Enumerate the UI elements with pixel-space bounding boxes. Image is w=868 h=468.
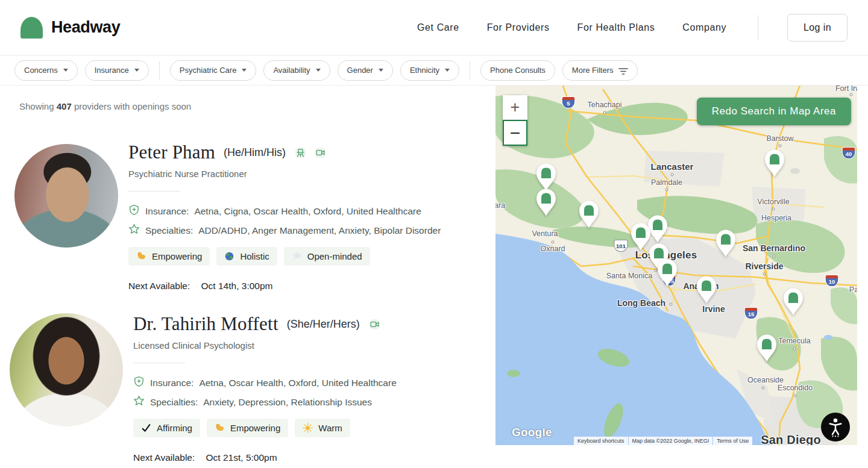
provider-name-row: Peter Pham (He/Him/His) (128, 142, 441, 163)
tag-empowering: Empowering (207, 419, 288, 437)
tag-label: Empowering (230, 423, 280, 433)
filter-gender-label: Gender (347, 66, 373, 75)
personality-tags: Empowering Holistic Open-minded (128, 247, 441, 266)
provider-map-pin[interactable] (782, 288, 805, 316)
globe-icon (224, 251, 234, 261)
muscle-icon (136, 251, 146, 261)
map-data-credit: Map data ©2022 Google, INEGI (629, 437, 713, 445)
headway-dome-icon (20, 17, 43, 39)
provider-title: Psychiatric Nurse Practitioner (128, 169, 441, 179)
provider-map-pin[interactable] (756, 334, 778, 363)
provider-map-pin[interactable] (535, 163, 558, 192)
tag-warm: Warm (295, 419, 350, 437)
nav-for-providers[interactable]: For Providers (487, 22, 550, 33)
next-available-row: Next Available: Oct 14th, 3:00pm (128, 281, 441, 292)
chevron-down-icon (445, 69, 450, 72)
filter-gender[interactable]: Gender (338, 60, 393, 81)
provider-photo[interactable] (10, 313, 123, 426)
chevron-down-icon (316, 69, 321, 72)
thought-balloon-icon (292, 251, 302, 261)
headway-wordmark: Headway (51, 18, 120, 37)
filter-concerns[interactable]: Concerns (14, 60, 78, 81)
tag-affirming: Affirming (133, 419, 200, 437)
next-available-label: Next Available: (133, 452, 195, 463)
video-session-icon (315, 148, 326, 158)
results-count-number: 407 (57, 101, 72, 111)
terms-of-use-link[interactable]: Terms of Use (713, 437, 752, 445)
insurance-row: Insurance: Aetna, Cigna, Oscar Health, O… (128, 204, 441, 218)
map-attribution: Keyboard shortcuts Map data ©2022 Google… (574, 437, 752, 445)
shield-plus-icon (128, 204, 140, 218)
filter-group-divider (470, 61, 470, 80)
provider-map-pin[interactable] (656, 259, 679, 287)
results-count-suffix: providers with openings soon (74, 101, 191, 111)
chevron-down-icon (379, 69, 383, 72)
provider-name-row: Dr. Tahirih Moffett (She/Her/Hers) (133, 313, 397, 335)
card-divider (128, 191, 180, 192)
accessibility-widget-button[interactable] (821, 413, 850, 441)
provider-card-body: Peter Pham (He/Him/His) Psychiatric Nurs… (128, 133, 441, 292)
provider-search-page: Headway Get Care For Providers For Healt… (0, 0, 868, 468)
provider-photo[interactable] (14, 144, 118, 248)
zoom-in-button[interactable]: + (503, 95, 527, 120)
provider-map-pin[interactable] (715, 229, 737, 258)
next-available-label: Next Available: (128, 281, 190, 291)
login-button[interactable]: Log in (787, 14, 848, 42)
filter-psychiatric-care[interactable]: Psychiatric Care (170, 60, 257, 81)
keyboard-shortcuts-link[interactable]: Keyboard shortcuts (574, 437, 628, 445)
insurance-row: Insurance: Aetna, Oscar Health, Oxford, … (133, 376, 397, 390)
nav-divider (758, 15, 758, 40)
filter-sliders-icon (618, 66, 628, 75)
personality-tags: Affirming Empowering Warm (133, 419, 397, 437)
filter-group-divider (159, 61, 160, 80)
specialties-row: Specialties: Anxiety, Depression, Relati… (133, 395, 397, 409)
specialties-row: Specialties: ADD/ADHD, Anger Management,… (128, 223, 441, 237)
provider-card-body: Dr. Tahirih Moffett (She/Her/Hers) Licen… (133, 313, 397, 463)
filter-phone-consults-label: Phone Consults (490, 66, 546, 75)
filter-phone-consults[interactable]: Phone Consults (480, 60, 555, 81)
provider-card: Dr. Tahirih Moffett (She/Her/Hers) Licen… (14, 313, 487, 463)
specialties-label: Specialties: (145, 225, 193, 236)
google-logo: Google (512, 426, 552, 439)
nav-company[interactable]: Company (682, 22, 726, 33)
filter-ethnicity[interactable]: Ethnicity (400, 60, 459, 81)
next-available-row: Next Available: Oct 21st, 5:00pm (133, 452, 397, 463)
provider-name[interactable]: Dr. Tahirih Moffett (133, 313, 278, 335)
tag-holistic: Holistic (216, 247, 277, 266)
chevron-down-icon (63, 69, 68, 72)
nav-get-care[interactable]: Get Care (417, 22, 459, 33)
filter-ethnicity-label: Ethnicity (410, 66, 439, 75)
provider-card: Peter Pham (He/Him/His) Psychiatric Nurs… (14, 133, 487, 292)
filter-insurance-label: Insurance (95, 66, 129, 75)
tag-label: Warm (318, 423, 342, 433)
headway-logo[interactable]: Headway (20, 17, 120, 39)
star-icon (133, 395, 145, 409)
provider-map-pin[interactable] (696, 276, 718, 304)
map-zoom-controls: + − (503, 95, 527, 146)
provider-name[interactable]: Peter Pham (128, 142, 215, 163)
filter-insurance[interactable]: Insurance (85, 60, 149, 81)
shield-plus-icon (133, 376, 145, 390)
video-session-icon (370, 319, 380, 329)
filter-concerns-label: Concerns (24, 66, 58, 75)
nav-for-health-plans[interactable]: For Health Plans (577, 22, 655, 33)
check-icon (141, 423, 151, 433)
google-map[interactable]: Fort IrwinTehachapiBarstowLancasterPalmd… (495, 86, 857, 445)
filter-availability[interactable]: Availability (263, 60, 330, 81)
tag-open-minded: Open-minded (284, 247, 370, 266)
provider-map-pin[interactable] (578, 201, 600, 229)
card-divider (133, 363, 185, 363)
filter-availability-label: Availability (273, 66, 310, 75)
provider-title: Licensed Clinical Psychologist (133, 340, 397, 351)
top-navigation-bar: Headway Get Care For Providers For Healt… (0, 0, 868, 55)
redo-search-button[interactable]: Redo Search in Map Area (697, 98, 851, 125)
filter-more-filters[interactable]: More Filters (562, 60, 638, 81)
provider-results-list: Showing 407 providers with openings soon… (0, 86, 487, 463)
next-available-value: Oct 21st, 5:00pm (206, 452, 277, 463)
accessibility-person-icon (827, 417, 844, 437)
provider-map-pin[interactable] (535, 189, 558, 217)
provider-map-pin[interactable] (764, 149, 786, 178)
zoom-out-button[interactable]: − (503, 120, 527, 146)
results-count-line: Showing 407 providers with openings soon (19, 101, 487, 111)
filter-psychiatric-care-label: Psychiatric Care (180, 66, 237, 75)
